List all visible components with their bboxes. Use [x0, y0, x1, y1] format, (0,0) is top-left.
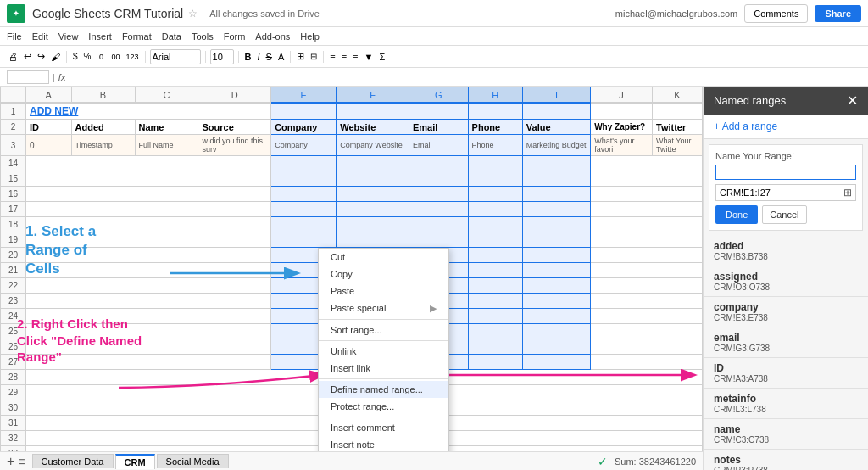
cell-j1[interactable] — [591, 104, 653, 120]
col-header-J[interactable]: J — [591, 87, 653, 103]
cell-type-twitter[interactable]: What Your Twitte — [653, 135, 703, 156]
menu-item-help[interactable]: Help — [300, 31, 320, 42]
range-item-id[interactable]: ID CRM!A3:A738 — [704, 358, 868, 389]
header-company[interactable]: Company — [271, 120, 337, 135]
menu-item-view[interactable]: View — [58, 31, 79, 42]
font-size-selector[interactable] — [210, 49, 234, 64]
align-left-icon[interactable]: ≡ — [328, 50, 337, 64]
header-phone[interactable]: Phone — [468, 120, 522, 135]
bold-icon[interactable]: B — [243, 50, 253, 64]
tab-crm[interactable]: CRM — [115, 454, 155, 469]
cell-type-added[interactable]: Timestamp — [71, 135, 135, 156]
format-number-icon[interactable]: 123 — [125, 51, 141, 63]
header-value[interactable]: Value — [522, 120, 590, 135]
add-range-link[interactable]: + Add a range — [704, 115, 868, 139]
cell-f1[interactable] — [337, 104, 409, 120]
cell-type-id[interactable]: 0 — [25, 135, 71, 156]
cell-h1[interactable] — [468, 104, 522, 120]
menu-item-file[interactable]: File — [7, 31, 22, 42]
context-menu-item-copy[interactable]: Copy — [319, 266, 448, 283]
context-menu-item-paste[interactable]: Paste — [319, 283, 448, 299]
text-color-icon[interactable]: A — [276, 50, 286, 64]
range-item-name[interactable]: name CRM!C3:C738 — [704, 419, 868, 450]
strikethrough-icon[interactable]: S — [264, 50, 274, 64]
cell-g1[interactable] — [409, 104, 468, 120]
function-icon[interactable]: Σ — [377, 50, 387, 64]
menu-item-insert[interactable]: Insert — [88, 31, 112, 42]
doc-star-icon[interactable]: ☆ — [188, 8, 198, 20]
add-sheet-icon[interactable]: + — [7, 454, 14, 469]
share-button[interactable]: Share — [815, 5, 861, 22]
col-header-B[interactable]: B — [71, 87, 135, 103]
percent-icon[interactable]: % — [82, 50, 93, 63]
col-header-A[interactable]: A — [25, 87, 71, 103]
tab-social-media[interactable]: Social Media — [157, 454, 229, 468]
menu-item-format[interactable]: Format — [122, 31, 152, 42]
col-header-E[interactable]: E — [271, 87, 337, 103]
menu-item-addons[interactable]: Add-ons — [255, 31, 290, 42]
undo-icon[interactable]: ↩ — [22, 49, 33, 64]
align-right-icon[interactable]: ≡ — [351, 50, 359, 64]
decimal-less-icon[interactable]: .00 — [108, 51, 122, 63]
cell-type-source[interactable]: w did you find this surv — [198, 135, 271, 156]
range-item-company[interactable]: company CRM!E3:E738 — [704, 297, 868, 327]
italic-icon[interactable]: I — [255, 50, 261, 64]
decimal-more-icon[interactable]: .0 — [95, 51, 105, 63]
header-twitter[interactable]: Twitter — [653, 120, 703, 135]
font-selector[interactable] — [150, 49, 201, 64]
range-name-input[interactable] — [715, 165, 856, 180]
sheet-menu-icon[interactable]: ≡ — [18, 455, 25, 468]
print-icon[interactable]: 🖨 — [7, 50, 19, 64]
cell-type-company[interactable]: Company — [271, 135, 337, 156]
add-new-link[interactable]: ADD NEW — [30, 105, 78, 117]
menu-item-tools[interactable]: Tools — [192, 31, 214, 42]
currency-icon[interactable]: $ — [71, 50, 80, 63]
menu-item-edit[interactable]: Edit — [32, 31, 48, 42]
menu-item-form[interactable]: Form — [224, 31, 246, 42]
context-menu-item-define-named-range[interactable]: Define named range... — [319, 381, 448, 398]
context-menu-item-paste-special[interactable]: Paste special▶ — [319, 299, 448, 317]
borders-icon[interactable]: ⊞ — [295, 49, 306, 64]
header-whyzapier[interactable]: Why Zapier? — [591, 120, 653, 135]
context-menu-item-sort-range[interactable]: Sort range... — [319, 322, 448, 339]
tab-customer-data[interactable]: Customer Data — [32, 454, 114, 468]
context-menu-item-unlink[interactable]: Unlink — [319, 343, 448, 360]
col-header-K[interactable]: K — [652, 87, 702, 103]
header-added[interactable]: Added — [71, 120, 135, 135]
cell-reference-input[interactable] — [7, 70, 49, 84]
range-item-metainfo[interactable]: metainfo CRM!L3:L738 — [704, 389, 868, 419]
range-item-assigned[interactable]: assigned CRM!O3:O738 — [704, 266, 868, 297]
range-item-notes[interactable]: notes CRM!P3:P738 — [704, 450, 868, 470]
cell-type-whyzapier[interactable]: What's your favori — [591, 135, 653, 156]
cell-k1[interactable] — [653, 104, 703, 120]
filter-icon[interactable]: ▼ — [363, 50, 376, 64]
redo-icon[interactable]: ↪ — [36, 49, 47, 64]
cell-type-value[interactable]: Marketing Budget — [522, 135, 590, 156]
range-item-email[interactable]: email CRM!G3:G738 — [704, 327, 868, 358]
merge-icon[interactable]: ⊟ — [309, 50, 319, 63]
header-email[interactable]: Email — [409, 120, 468, 135]
col-header-I[interactable]: I — [522, 87, 590, 103]
context-menu-item-cut[interactable]: Cut — [319, 249, 448, 266]
context-menu-item-protect-range[interactable]: Protect range... — [319, 398, 448, 415]
cell-type-name[interactable]: Full Name — [135, 135, 198, 156]
header-source[interactable]: Source — [198, 120, 271, 135]
paint-icon[interactable]: 🖌 — [49, 50, 62, 64]
comments-button[interactable]: Comments — [744, 4, 808, 23]
add-new-cell[interactable]: ADD NEW — [25, 104, 270, 120]
col-header-H[interactable]: H — [468, 87, 522, 103]
cell-i1[interactable] — [522, 104, 590, 120]
cell-type-email[interactable]: Email — [409, 135, 468, 156]
header-id[interactable]: ID — [25, 120, 71, 135]
menu-item-data[interactable]: Data — [162, 31, 181, 42]
cancel-button[interactable]: Cancel — [762, 205, 806, 224]
grid-icon[interactable]: ⊞ — [843, 187, 852, 199]
context-menu-item-insert-link[interactable]: Insert link — [319, 360, 448, 377]
context-menu-item-insert-note[interactable]: Insert note — [319, 436, 448, 451]
cell-e1[interactable] — [271, 104, 337, 120]
col-header-G[interactable]: G — [409, 87, 468, 103]
col-header-F[interactable]: F — [337, 87, 409, 103]
range-item-added[interactable]: added CRM!B3:B738 — [704, 236, 868, 266]
col-header-D[interactable]: D — [198, 87, 271, 103]
done-button[interactable]: Done — [715, 205, 758, 224]
